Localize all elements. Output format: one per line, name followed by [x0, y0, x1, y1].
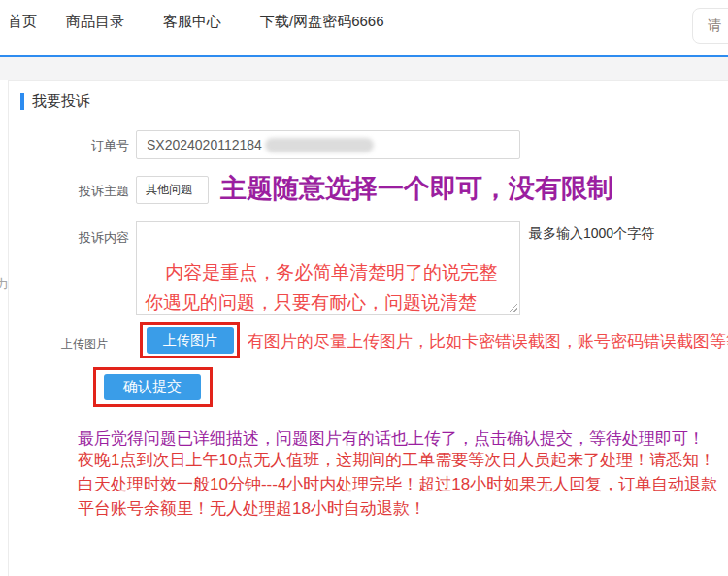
complaint-content-value: 内容是重点，务必简单清楚明了的说完整 你遇见的问题，只要有耐心，问题说清楚 ，一… [145, 262, 497, 315]
page-title: 我要投诉 [32, 92, 90, 111]
service-note-line: 白天处理时效一般10分钟---4小时内处理完毕！超过18小时如果无人回复，订单自… [78, 472, 717, 496]
redacted-order-suffix [265, 138, 374, 152]
complaint-page: 首页 商品目录 客服中心 下载/网盘密码6666 请 力 我要投诉 订单号 SX… [0, 0, 728, 576]
nav-item-home[interactable]: 首页 [8, 13, 37, 31]
service-note-line: 夜晚1点到次日上午10点无人值班，这期间的工单需要等次日人员起来了处理！请悉知！ [78, 448, 717, 472]
section-accent-bar [20, 93, 24, 110]
order-number-label: 订单号 [61, 137, 129, 154]
service-hours-notes: 夜晚1点到次日上午10点无人值班，这期间的工单需要等次日人员起来了处理！请悉知！… [78, 448, 717, 521]
order-number-input[interactable]: SX2024020112184 [136, 130, 520, 159]
nav-item-catalog[interactable]: 商品目录 [66, 13, 124, 31]
confirm-submit-button[interactable]: 确认提交 [104, 374, 201, 400]
search-placeholder-text: 请 [708, 17, 721, 35]
complaint-subject-label: 投诉主题 [61, 183, 129, 200]
search-input[interactable]: 请 [692, 8, 728, 44]
nav-item-download-password[interactable]: 下载/网盘密码6666 [260, 13, 384, 31]
subject-annotation-text: 主题随意选择一个即可，没有限制 [220, 171, 613, 206]
complaint-content-label: 投诉内容 [61, 229, 129, 247]
service-note-line: 平台账号余额里！无人处理超18小时自动退款！ [78, 496, 717, 521]
complaint-subject-select[interactable]: 其他问题 [136, 176, 209, 204]
char-limit-hint: 最多输入1000个字符 [529, 225, 654, 243]
nav-item-support[interactable]: 客服中心 [163, 13, 221, 31]
upload-image-button[interactable]: 上传图片 [147, 327, 234, 354]
textarea-resize-handle[interactable] [509, 303, 517, 312]
complaint-content-textarea[interactable]: 内容是重点，务必简单清楚明了的说完整 你遇见的问题，只要有耐心，问题说清楚 ，一… [136, 221, 520, 315]
page-gap [0, 57, 728, 80]
complaint-subject-value: 其他问题 [146, 182, 192, 198]
submit-instruction-note: 最后觉得问题已详细描述，问题图片有的话也上传了，点击确认提交，等待处理即可！ [78, 427, 705, 450]
upload-annotation-text: 有图片的尽量上传图片，比如卡密错误截图，账号密码错误截图等等 [248, 330, 728, 353]
upload-image-label: 上传图片 [61, 336, 108, 353]
order-number-value: SX2024020112184 [147, 137, 262, 152]
